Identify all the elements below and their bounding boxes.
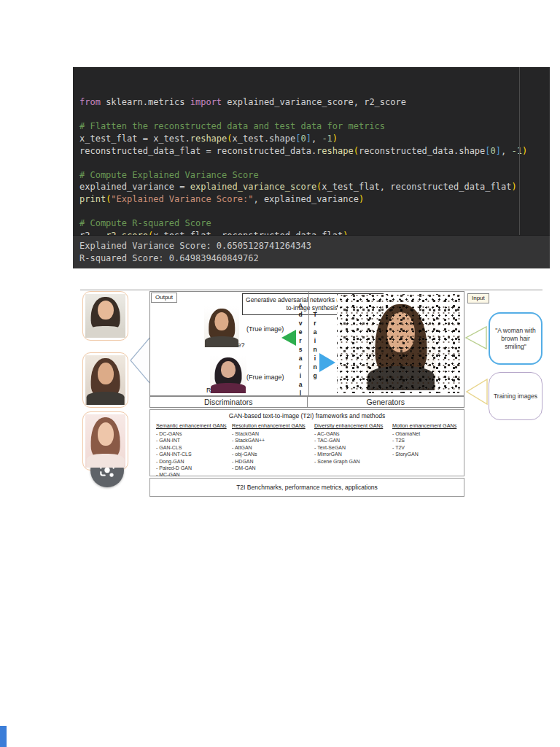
fake-image-photo [210, 355, 246, 393]
gan-figure: Output Generative adversarial networks (… [80, 287, 553, 500]
code-line: x_test_flat = x_test.reshape(x_test.shap… [79, 133, 550, 145]
method-item: ObamaNet [392, 430, 462, 437]
woman-photo [85, 294, 125, 338]
code-line: reconstructed_data_flat = reconstructed_… [79, 145, 550, 158]
method-column: Diversity enhancement GANsAC-GANsTAC-GAN… [314, 422, 389, 465]
code-line: from sklearn.metrics import explained_va… [79, 96, 550, 109]
code-line: # Compute R-squared Score [79, 217, 550, 230]
method-column-heading: Motion enhancement GANs [392, 422, 462, 429]
method-item: HDGAN [232, 458, 311, 465]
output-photo-3 [82, 411, 128, 471]
method-item: Scene Graph GAN [314, 458, 389, 465]
method-item: Text-SeGAN [314, 444, 389, 451]
page: from sklearn.metrics import explained_va… [0, 0, 560, 747]
method-item: GAN-INT [156, 437, 230, 444]
discriminators-label: Discriminators [150, 397, 307, 407]
generated-image [337, 294, 462, 393]
true-image-photo [204, 306, 239, 347]
input-label: Input [467, 293, 489, 303]
training-images-arrow-triangle [465, 378, 489, 406]
code-line [79, 206, 550, 218]
method-item: Paired-D GAN [156, 465, 230, 471]
method-item: AC-GANs [314, 430, 389, 437]
method-item: StackGAN [232, 430, 311, 437]
output-line: R-squared Score: 0.649839460849762 [79, 252, 550, 265]
method-column-heading: Resolution enhancement GANs [232, 422, 311, 429]
method-item: StoryGAN [392, 451, 462, 457]
panel-divider-line [308, 291, 309, 396]
method-column: Motion enhancement GANsObamaNetT2ST2VSto… [392, 422, 462, 458]
method-column: Semantic enhancement GANsDC-GANsGAN-INTG… [156, 422, 230, 479]
output-line: Explained Variance Score: 0.650512874126… [79, 240, 550, 252]
code-line [79, 157, 550, 169]
training-images-box: Training images [489, 372, 542, 420]
method-item: T2S [392, 437, 462, 444]
text-prompt-box: "A woman with brown hair smiling" [489, 312, 542, 365]
code-lines: from sklearn.metrics import explained_va… [79, 96, 550, 254]
method-item: GAN-CLS [156, 444, 230, 451]
code-line: print("Explained Variance Score:", expla… [79, 193, 550, 206]
method-item: MirrorGAN [314, 451, 389, 457]
method-item: DM-GAN [232, 465, 311, 471]
methods-box: GAN-based text-to-image (T2I) frameworks… [149, 409, 464, 476]
prompt-arrow-triangle [464, 325, 488, 350]
method-item: TAC-GAN [314, 437, 389, 444]
editor-guide-line [519, 67, 520, 235]
training-arrow-icon [319, 353, 335, 372]
method-column: Resolution enhancement GANsStackGANStack… [232, 422, 311, 471]
method-column-heading: Diversity enhancement GANs [314, 422, 389, 429]
output-arrow-triangle [130, 336, 152, 385]
roles-header-band: Discriminators Generators [149, 396, 464, 408]
method-item: DC-GANs [156, 430, 230, 437]
woman-photo [85, 355, 125, 405]
method-item: StackGAN++ [232, 437, 311, 444]
method-item: obj-GANs [232, 451, 311, 457]
code-line: explained_variance = explained_variance_… [79, 181, 550, 193]
method-item: AttGAN [232, 444, 311, 451]
code-line [79, 109, 550, 121]
generators-label: Generators [308, 397, 464, 407]
method-item: T2V [392, 444, 462, 451]
code-area: from sklearn.metrics import explained_va… [73, 67, 550, 235]
figure-top-border [80, 290, 542, 290]
training-label: Training [311, 311, 319, 381]
method-item: Dong-GAN [156, 458, 230, 465]
code-line: # Flatten the reconstructed data and tes… [79, 120, 550, 133]
code-editor-screenshot: from sklearn.metrics import explained_va… [73, 67, 550, 268]
figure-caption: T2I Benchmarks, performance metrics, app… [149, 478, 464, 497]
woman-photo [85, 414, 125, 468]
fake-image-label: (Frue image) [246, 374, 284, 381]
code-line: # Compute Explained Variance Score [79, 169, 550, 182]
method-columns: Semantic enhancement GANsDC-GANsGAN-INTG… [150, 422, 464, 476]
code-output-lines: Explained Variance Score: 0.650512874126… [73, 235, 550, 268]
output-label: Output [151, 293, 177, 303]
blue-corner-mark [0, 726, 7, 747]
true-image-label: (True image) [246, 325, 284, 333]
method-column-heading: Semantic enhancement GANs [156, 422, 230, 429]
method-item: GAN-INT-CLS [156, 451, 230, 457]
output-photo-2 [82, 352, 128, 408]
methods-title: GAN-based text-to-image (T2I) frameworks… [150, 412, 464, 419]
output-photo-1 [82, 291, 128, 341]
adversarial-arrow-icon [281, 330, 296, 346]
pixel-noise-overlay [337, 294, 462, 393]
adversarial-label: Adversarial [297, 302, 304, 398]
